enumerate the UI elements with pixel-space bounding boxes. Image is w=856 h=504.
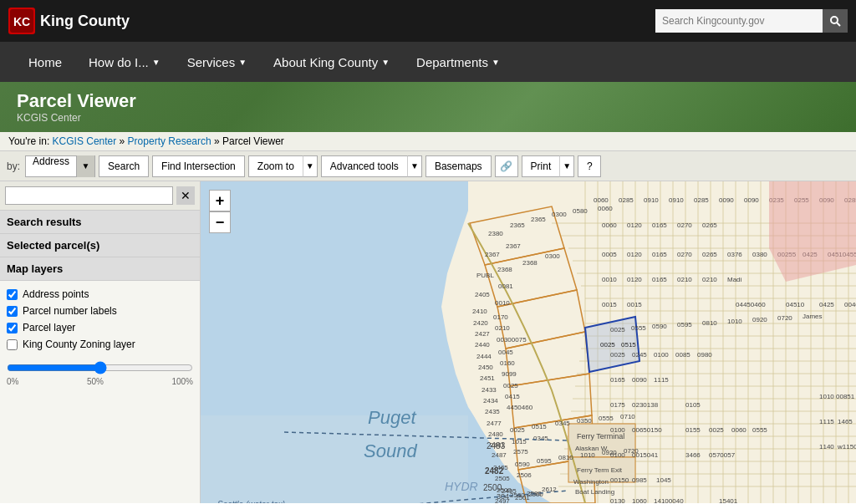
svg-text:2365: 2365: [510, 221, 525, 229]
svg-text:Ferry Terminal: Ferry Terminal: [577, 432, 624, 440]
zoom-out-button[interactable]: −: [209, 211, 231, 233]
svg-text:22750000: 22750000: [490, 502, 516, 503]
svg-text:2365: 2365: [531, 216, 546, 223]
svg-text:2380: 2380: [488, 230, 503, 237]
find-intersection-button[interactable]: Find Intersection: [152, 155, 245, 177]
advanced-tools-button[interactable]: Advanced tools: [321, 155, 407, 177]
nav-item-services[interactable]: Services ▼: [176, 42, 258, 82]
svg-text:0005: 0005: [602, 251, 617, 258]
svg-text:1010: 1010: [580, 451, 595, 459]
advanced-tools-group: Advanced tools ▼: [321, 155, 422, 177]
svg-text:055905: 055905: [648, 502, 667, 503]
svg-text:0060: 0060: [594, 196, 609, 204]
svg-text:04510: 04510: [786, 301, 805, 308]
svg-text:0230138: 0230138: [632, 401, 659, 409]
svg-text:0980: 0980: [697, 351, 712, 359]
slider-labels: 0% 50% 100%: [7, 377, 193, 386]
layer-parcel-number-labels: Parcel number labels: [7, 303, 193, 319]
svg-text:2433: 2433: [482, 386, 497, 394]
svg-text:0170: 0170: [493, 313, 508, 321]
svg-text:2368: 2368: [522, 259, 538, 267]
section-header-selected-parcels[interactable]: Selected parcel(s): [0, 234, 200, 257]
svg-text:0025: 0025: [610, 351, 625, 359]
search-button[interactable]: Search: [99, 155, 149, 177]
address-select-arrow[interactable]: ▼: [76, 155, 94, 177]
basemaps-button[interactable]: Basemaps: [425, 155, 492, 177]
svg-text:Washington: Washington: [573, 478, 609, 486]
svg-text:2480: 2480: [488, 430, 503, 438]
svg-text:0300: 0300: [545, 252, 560, 260]
nav-item-home[interactable]: Home: [17, 42, 74, 82]
svg-text:2440: 2440: [475, 341, 490, 349]
svg-rect-8: [201, 415, 468, 503]
help-button[interactable]: ?: [578, 155, 601, 177]
layer-slider-row: 0% 50% 100%: [0, 358, 200, 393]
svg-text:0720: 0720: [777, 314, 792, 322]
svg-text:0120: 0120: [627, 276, 642, 283]
svg-text:1465: 1465: [838, 418, 853, 425]
sidebar-search-bar: ✕: [0, 181, 200, 211]
nav-item-departments[interactable]: Departments ▼: [405, 42, 512, 82]
svg-text:0425: 0425: [819, 301, 834, 308]
zoom-to-button[interactable]: Zoom to: [248, 155, 303, 177]
nav-item-howdoi[interactable]: How do I... ▼: [77, 42, 172, 82]
svg-text:2427: 2427: [475, 330, 490, 338]
sidebar-close-button[interactable]: ✕: [176, 186, 195, 205]
sidebar-search-input[interactable]: [5, 186, 173, 205]
svg-text:4450460: 4450460: [507, 404, 533, 411]
layer-address-points-checkbox[interactable]: [7, 289, 18, 300]
svg-text:00501: 00501: [694, 502, 711, 503]
svg-text:0285: 0285: [619, 196, 634, 204]
print-arrow[interactable]: ▼: [559, 155, 574, 177]
layer-zoning-checkbox[interactable]: [7, 339, 18, 350]
address-select-group: Address ▼: [25, 155, 95, 177]
print-group: Print ▼: [522, 155, 575, 177]
svg-text:00851: 00851: [836, 393, 855, 400]
section-header-search-results[interactable]: Search results: [0, 211, 200, 234]
svg-text:0120: 0120: [627, 221, 642, 229]
svg-text:Seattle (water tax): Seattle (water tax): [217, 500, 285, 503]
svg-text:0165: 0165: [652, 251, 667, 258]
zoom-to-arrow[interactable]: ▼: [303, 155, 318, 177]
layer-opacity-slider[interactable]: [7, 361, 193, 374]
svg-text:0025: 0025: [503, 382, 518, 389]
svg-text:0245: 0245: [632, 351, 647, 359]
zoom-controls: + −: [209, 190, 231, 233]
svg-text:0015: 0015: [627, 301, 642, 308]
svg-text:2477: 2477: [487, 420, 502, 427]
svg-text:0160: 0160: [500, 359, 515, 367]
svg-marker-227: [769, 181, 856, 282]
site-search-input[interactable]: [655, 9, 823, 33]
logo-area: KC King County: [8, 8, 130, 34]
svg-text:0985: 0985: [632, 476, 647, 484]
map-container[interactable]: 0060 0285 0910 0910 0285 0090 0090 0235 …: [201, 181, 856, 503]
print-button[interactable]: Print: [522, 155, 560, 177]
breadcrumb-link-property[interactable]: Property Research: [128, 135, 211, 147]
svg-text:0415: 0415: [505, 393, 520, 400]
svg-text:KC: KC: [13, 15, 30, 28]
svg-text:Madi: Madi: [727, 276, 742, 283]
layer-parcel-layer-checkbox[interactable]: [7, 323, 18, 333]
sidebar: ✕ Search results Selected parcel(s) Map …: [0, 181, 201, 503]
link-icon-button[interactable]: 🔗: [495, 155, 518, 177]
svg-text:0165: 0165: [610, 376, 625, 384]
svg-text:0060: 0060: [731, 426, 746, 434]
svg-text:2444: 2444: [476, 353, 492, 360]
site-search-button[interactable]: [823, 9, 848, 33]
svg-text:0533: 0533: [627, 502, 640, 503]
address-select-main[interactable]: Address: [26, 155, 76, 177]
nav-arrow-services: ▼: [238, 58, 247, 67]
svg-text:1010: 1010: [727, 318, 742, 325]
layer-parcel-number-labels-checkbox[interactable]: [7, 306, 18, 317]
svg-text:0081: 0081: [498, 283, 513, 290]
svg-text:2368: 2368: [497, 266, 512, 273]
zoom-in-button[interactable]: +: [209, 190, 231, 211]
svg-text:0345: 0345: [555, 420, 570, 427]
section-header-map-layers[interactable]: Map layers: [0, 257, 200, 281]
advanced-tools-arrow[interactable]: ▼: [407, 155, 422, 177]
svg-text:2450: 2450: [478, 364, 493, 371]
breadcrumb-link-kcgis[interactable]: KCGIS Center: [53, 135, 117, 147]
svg-text:0270: 0270: [677, 221, 692, 229]
svg-text:0010: 0010: [602, 276, 617, 283]
nav-item-about[interactable]: About King County ▼: [262, 42, 401, 82]
